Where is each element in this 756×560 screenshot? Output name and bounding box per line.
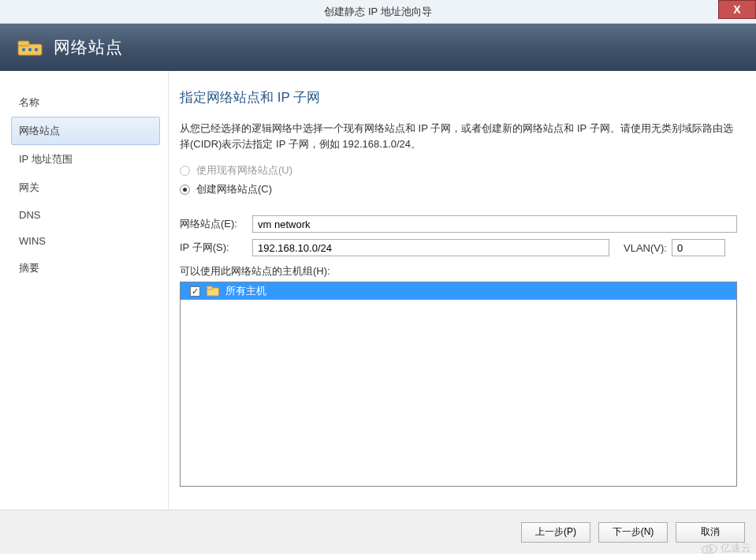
close-icon: X xyxy=(733,3,740,16)
watermark: 亿速云 xyxy=(700,541,751,555)
network-site-input[interactable] xyxy=(252,215,737,233)
wizard-header-title: 网络站点 xyxy=(54,36,123,58)
hostgroup-item-label: 所有主机 xyxy=(225,284,266,298)
page-description: 从您已经选择的逻辑网络中选择一个现有网络站点和 IP 子网，或者创建新的网络站点… xyxy=(180,121,737,152)
wizard-content: 指定网络站点和 IP 子网 从您已经选择的逻辑网络中选择一个现有网络站点和 IP… xyxy=(169,71,756,510)
folder-icon xyxy=(207,286,219,297)
radio-use-existing-label: 使用现有网络站点(U) xyxy=(196,163,292,177)
close-button[interactable]: X xyxy=(718,0,756,19)
wizard-footer: 上一步(P) 下一步(N) 取消 xyxy=(0,510,756,554)
ip-subnet-row: IP 子网(S): VLAN(V): xyxy=(180,239,737,256)
hostgroup-list[interactable]: ✓ 所有主机 xyxy=(180,282,737,487)
watermark-text: 亿速云 xyxy=(721,541,751,555)
sidebar-item-name[interactable]: 名称 xyxy=(11,88,160,117)
ip-subnet-input[interactable] xyxy=(252,239,609,256)
radio-create-new-label: 创建网络站点(C) xyxy=(196,182,272,196)
svg-point-2 xyxy=(22,48,25,51)
hostgroup-item[interactable]: ✓ 所有主机 xyxy=(181,282,736,300)
sidebar-item-gateway[interactable]: 网关 xyxy=(11,174,160,202)
cloud-icon xyxy=(700,542,717,554)
checkbox-icon[interactable]: ✓ xyxy=(190,286,200,297)
hostgroup-label: 可以使用此网络站点的主机组(H): xyxy=(180,264,737,278)
network-site-label: 网络站点(E): xyxy=(180,217,252,231)
network-site-icon xyxy=(17,36,44,58)
sidebar-item-dns[interactable]: DNS xyxy=(11,202,160,228)
page-heading: 指定网络站点和 IP 子网 xyxy=(180,88,737,106)
radio-create-new[interactable]: 创建网络站点(C) xyxy=(180,182,737,196)
radio-icon xyxy=(180,166,190,176)
radio-icon xyxy=(180,185,190,195)
ip-subnet-label: IP 子网(S): xyxy=(180,241,252,255)
wizard-header: 网络站点 xyxy=(0,24,756,71)
cancel-button[interactable]: 取消 xyxy=(676,522,745,543)
sidebar-item-ip-range[interactable]: IP 地址范围 xyxy=(11,145,160,174)
window-title: 创建静态 IP 地址池向导 xyxy=(324,5,431,19)
wizard-steps-sidebar: 名称 网络站点 IP 地址范围 网关 DNS WINS 摘要 xyxy=(0,71,169,510)
vlan-input[interactable] xyxy=(672,239,725,256)
wizard-body: 名称 网络站点 IP 地址范围 网关 DNS WINS 摘要 指定网络站点和 I… xyxy=(0,71,756,510)
sidebar-item-wins[interactable]: WINS xyxy=(11,228,160,254)
sidebar-item-summary[interactable]: 摘要 xyxy=(11,254,160,282)
radio-use-existing[interactable]: 使用现有网络站点(U) xyxy=(180,163,737,177)
svg-point-8 xyxy=(706,544,717,553)
network-site-row: 网络站点(E): xyxy=(180,215,737,233)
svg-rect-1 xyxy=(18,41,29,46)
next-button[interactable]: 下一步(N) xyxy=(598,522,668,543)
svg-point-4 xyxy=(35,48,38,51)
svg-rect-6 xyxy=(207,286,213,289)
title-bar: 创建静态 IP 地址池向导 X xyxy=(0,0,756,24)
previous-button[interactable]: 上一步(P) xyxy=(521,522,590,543)
vlan-label: VLAN(V): xyxy=(624,242,667,254)
svg-point-3 xyxy=(28,48,32,51)
sidebar-item-network-site[interactable]: 网络站点 xyxy=(11,117,160,145)
